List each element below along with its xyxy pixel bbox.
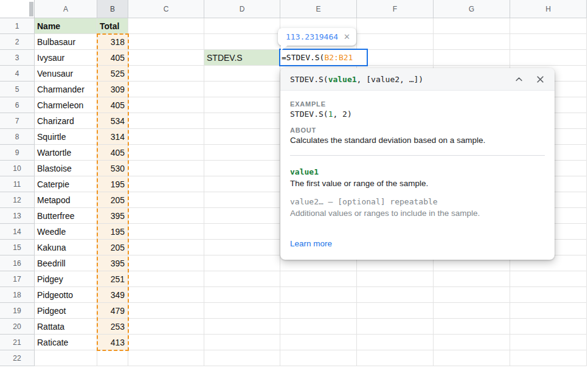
cell-D5[interactable]: [204, 82, 280, 97]
row-header-17[interactable]: 17: [0, 271, 35, 287]
cell-B13[interactable]: 395: [97, 208, 128, 224]
column-header-G[interactable]: G: [434, 0, 510, 18]
cell-C20[interactable]: [128, 319, 204, 335]
row-header-2[interactable]: 2: [0, 34, 35, 50]
row-header-6[interactable]: 6: [0, 97, 35, 113]
cell-C2[interactable]: [128, 34, 204, 50]
row-header-12[interactable]: 12: [0, 192, 35, 208]
row-header-1[interactable]: 1: [0, 18, 35, 34]
cell-B4[interactable]: 525: [97, 66, 128, 82]
row-header-9[interactable]: 9: [0, 145, 35, 161]
cell-D12[interactable]: [204, 192, 280, 208]
cell-D15[interactable]: [204, 240, 280, 255]
cell-H19[interactable]: [510, 303, 587, 319]
cell-G3[interactable]: [434, 50, 510, 66]
cell-B1[interactable]: Total: [97, 18, 128, 34]
cell-B2[interactable]: 318: [97, 34, 128, 50]
cell-E20[interactable]: [280, 319, 357, 335]
cell-D20[interactable]: [204, 319, 280, 335]
cell-C3[interactable]: [128, 50, 204, 66]
cell-C21[interactable]: [128, 335, 204, 350]
cell-C13[interactable]: [128, 208, 204, 224]
cell-A15[interactable]: Kakuna: [35, 240, 97, 255]
cell-C22[interactable]: [128, 350, 204, 366]
column-header-H[interactable]: H: [510, 0, 587, 18]
cell-A6[interactable]: Charmeleon: [35, 97, 97, 113]
row-header-19[interactable]: 19: [0, 303, 35, 319]
cell-B21[interactable]: 413: [97, 335, 128, 350]
cell-D2[interactable]: [204, 34, 280, 50]
cell-B9[interactable]: 405: [97, 145, 128, 161]
cell-H21[interactable]: [510, 335, 587, 350]
cell-A5[interactable]: Charmander: [35, 82, 97, 97]
cell-D21[interactable]: [204, 335, 280, 350]
cell-B22[interactable]: [97, 350, 128, 366]
cell-A12[interactable]: Metapod: [35, 192, 97, 208]
cell-H1[interactable]: [510, 18, 587, 34]
cell-E21[interactable]: [280, 335, 357, 350]
cell-C14[interactable]: [128, 224, 204, 240]
cell-G1[interactable]: [434, 18, 510, 34]
cell-F20[interactable]: [357, 319, 434, 335]
row-header-14[interactable]: 14: [0, 224, 35, 240]
cell-D19[interactable]: [204, 303, 280, 319]
cell-C5[interactable]: [128, 82, 204, 97]
cell-A21[interactable]: Raticate: [35, 335, 97, 350]
cell-B12[interactable]: 205: [97, 192, 128, 208]
cell-A19[interactable]: Pidgeot: [35, 303, 97, 319]
cell-A18[interactable]: Pidgeotto: [35, 287, 97, 303]
cell-H17[interactable]: [510, 271, 587, 287]
cell-C8[interactable]: [128, 129, 204, 145]
close-icon[interactable]: [536, 75, 545, 84]
cell-A10[interactable]: Blastoise: [35, 161, 97, 176]
cell-C7[interactable]: [128, 113, 204, 129]
cell-C9[interactable]: [128, 145, 204, 161]
cell-D8[interactable]: [204, 129, 280, 145]
column-header-B[interactable]: B: [97, 0, 128, 18]
cell-H22[interactable]: [510, 350, 587, 366]
cell-D13[interactable]: [204, 208, 280, 224]
row-header-7[interactable]: 7: [0, 113, 35, 129]
cell-D7[interactable]: [204, 113, 280, 129]
cell-G18[interactable]: [434, 287, 510, 303]
tooltip-close-icon[interactable]: ✕: [344, 32, 350, 41]
cell-D14[interactable]: [204, 224, 280, 240]
cell-G22[interactable]: [434, 350, 510, 366]
cell-B14[interactable]: 195: [97, 224, 128, 240]
cell-B7[interactable]: 534: [97, 113, 128, 129]
cell-B17[interactable]: 251: [97, 271, 128, 287]
cell-C12[interactable]: [128, 192, 204, 208]
cell-E17[interactable]: [280, 271, 357, 287]
cell-C1[interactable]: [128, 18, 204, 34]
cell-B6[interactable]: 405: [97, 97, 128, 113]
cell-D17[interactable]: [204, 271, 280, 287]
cell-A3[interactable]: Ivysaur: [35, 50, 97, 66]
cell-A8[interactable]: Squirtle: [35, 129, 97, 145]
row-header-21[interactable]: 21: [0, 335, 35, 350]
cell-F19[interactable]: [357, 303, 434, 319]
cell-D11[interactable]: [204, 176, 280, 192]
row-header-18[interactable]: 18: [0, 287, 35, 303]
cell-C16[interactable]: [128, 255, 204, 271]
cell-F18[interactable]: [357, 287, 434, 303]
cell-A20[interactable]: Rattata: [35, 319, 97, 335]
row-header-22[interactable]: 22: [0, 350, 35, 366]
cell-F21[interactable]: [357, 335, 434, 350]
row-header-10[interactable]: 10: [0, 161, 35, 176]
row-header-15[interactable]: 15: [0, 240, 35, 255]
cell-D3[interactable]: STDEV.S: [204, 50, 280, 66]
cell-D10[interactable]: [204, 161, 280, 176]
cell-H20[interactable]: [510, 319, 587, 335]
cell-B8[interactable]: 314: [97, 129, 128, 145]
cell-G20[interactable]: [434, 319, 510, 335]
cell-G17[interactable]: [434, 271, 510, 287]
select-all-corner[interactable]: [0, 0, 35, 18]
cell-G2[interactable]: [434, 34, 510, 50]
column-header-E[interactable]: E: [280, 0, 357, 18]
cell-B11[interactable]: 195: [97, 176, 128, 192]
cell-C15[interactable]: [128, 240, 204, 255]
cell-C6[interactable]: [128, 97, 204, 113]
cell-C10[interactable]: [128, 161, 204, 176]
cell-C11[interactable]: [128, 176, 204, 192]
cell-A13[interactable]: Butterfree: [35, 208, 97, 224]
